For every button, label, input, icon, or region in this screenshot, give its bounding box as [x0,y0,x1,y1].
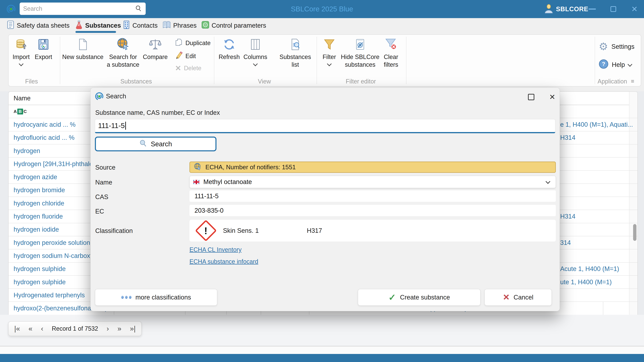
group-label-application: Application [598,78,627,85]
dialog-close-button[interactable]: ✕ [547,92,558,102]
cancel-x-icon: ✕ [503,293,510,301]
chevron-down-icon [546,179,550,184]
echa-infocard-link[interactable]: ECHA substance infocard [190,258,258,265]
svg-text:?: ? [602,61,606,67]
title-bar: SBLCore 2025 Blue SBLCORE ✕ [0,0,644,18]
clear-filters-button[interactable]: Clear filters [384,38,398,68]
search-substance-label2: a substance [107,61,139,68]
gear-icon: ⚙ [599,41,608,52]
abc-filter-icon: ABC [14,105,27,118]
dialog-header: Search ✕ [90,88,560,106]
filter-button[interactable]: Filter [322,38,336,65]
next-record-button[interactable]: › [107,325,109,333]
tab-contacts[interactable]: Contacts [123,18,158,33]
compare-button[interactable]: Compare [143,38,168,61]
hidden-eye-icon [354,38,366,50]
filter-label: Filter [322,53,336,61]
last-record-button[interactable]: »| [130,325,136,333]
duplicate-icon [175,38,183,48]
restore-button[interactable] [606,0,620,18]
import-button[interactable]: Import [12,38,30,65]
record-navigator: |« « ‹ Record 1 of 7532 › » »| [8,321,142,336]
maximize-icon [528,94,534,100]
close-window-button[interactable]: ✕ [628,0,641,18]
ribbon: Import Export New substance Search for a… [0,33,644,91]
scrollbar-thumb[interactable] [633,224,636,241]
echa-cl-inventory-link[interactable]: ECHA CL Inventory [190,246,242,253]
filter-funnel-icon [323,38,335,50]
source-label: Source [95,164,115,171]
import-database-icon [15,38,27,50]
columns-button[interactable]: Columns [244,38,267,65]
prev-record-button[interactable]: ‹ [41,325,43,333]
global-search-input[interactable] [20,5,135,12]
edit-pencil-icon [175,51,183,61]
account-label: SBLCORE [556,5,588,13]
chevron-down-icon [327,61,332,66]
delete-label: Delete [184,65,201,72]
substances-list-button[interactable]: Substances list [280,38,311,68]
create-substance-label: Create substance [400,294,450,301]
delete-button: ✕ Delete [175,64,201,72]
cancel-button[interactable]: ✕ Cancel [484,289,552,306]
search-icon [135,5,142,12]
target-icon [202,21,209,30]
classification-code: H317 [307,227,322,234]
hide-sbl-label: Hide SBLCore [341,53,380,61]
ghs07-exclamation-pictogram: ! [195,220,217,242]
source-value[interactable]: ECHA, Number of notifiers: 1551 [190,162,556,173]
duplicate-button[interactable]: Duplicate [175,38,210,48]
export-button[interactable]: Export [35,38,52,61]
substances-list-label: Substances [280,53,311,61]
dialog-maximize-button[interactable] [526,92,536,102]
help-button[interactable]: ? Help [599,59,632,70]
menu-icon[interactable]: ≡ [631,78,634,84]
settings-button[interactable]: ⚙ Settings [599,41,634,52]
edit-label: Edit [186,53,196,60]
cell-name: hydrofluoric acid ... % [14,131,74,144]
refresh-icon [223,38,235,50]
active-tab-indicator [76,31,116,33]
new-substance-button[interactable]: New substance [62,38,104,61]
account-button[interactable]: SBLCORE [544,0,588,18]
globe-icon [194,163,201,172]
duplicate-label: Duplicate [186,39,210,46]
tab-control-parameters[interactable]: Control parameters [202,18,266,33]
search-field-label: Substance name, CAS number, EC or Index [95,109,220,116]
export-label: Export [35,53,52,61]
tab-label: Control parameters [212,22,266,29]
tab-safety-data-sheets[interactable]: Safety data sheets [7,18,70,33]
next-page-button[interactable]: » [118,325,122,333]
search-dialog: Search ✕ Substance name, CAS number, EC … [90,87,560,311]
columns-icon [249,38,262,50]
more-classifications-button[interactable]: more classifications [95,289,217,306]
first-record-button[interactable]: |« [14,325,20,333]
dialog-search-button[interactable]: Search [95,137,216,151]
close-icon: ✕ [631,5,638,13]
search-query-input[interactable]: 111-11-5 [95,119,555,133]
cancel-label: Cancel [514,294,533,301]
search-for-substance-button[interactable]: Search for a substance [107,38,139,68]
tab-phrases[interactable]: Phrases [162,18,196,33]
flask-icon [75,20,83,31]
cas-label: CAS [95,193,108,201]
cell-name: Hydrogenated terphenyls [14,289,85,302]
columns-label: Columns [244,53,267,61]
minimize-button[interactable] [586,0,599,18]
create-substance-button[interactable]: ✓ Create substance [358,289,480,306]
hide-sblcore-substances-button[interactable]: Hide SBLCore substances [341,38,380,68]
cas-value: 111-11-5 [190,190,556,202]
cell-name: hydrogen chloride [14,197,64,210]
refresh-button[interactable]: Refresh [219,38,240,61]
app-logo-icon [95,92,104,101]
query-text: 111-11-5 [98,122,125,130]
import-label: Import [12,53,30,61]
clear-filters-label2: filters [384,61,398,68]
edit-button[interactable]: Edit [175,51,196,61]
cell-name: hydrogen sodium N-carboxyla... [14,249,104,262]
dialog-search-label: Search [151,140,172,148]
prev-page-button[interactable]: « [28,325,32,333]
tab-substances[interactable]: Substances [75,18,121,33]
ec-label: EC [95,208,104,215]
name-dropdown[interactable]: Methyl octanoate [190,176,556,188]
